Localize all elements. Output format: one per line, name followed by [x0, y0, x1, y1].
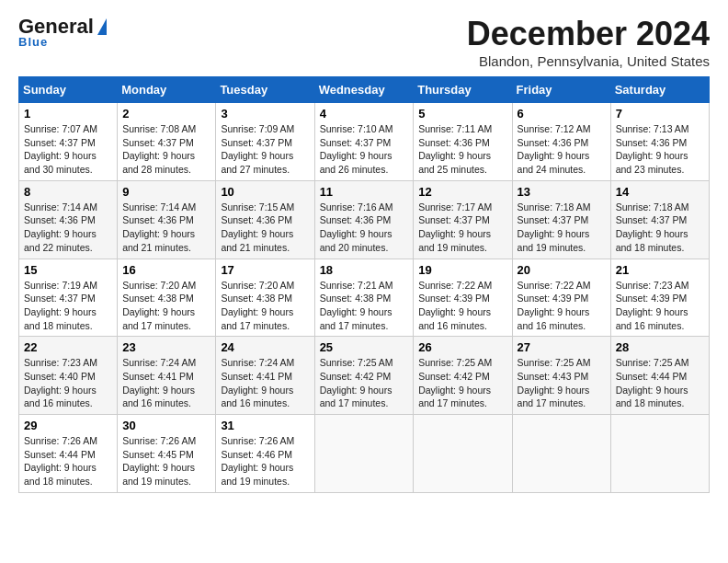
day-number: 1 [24, 107, 112, 121]
day-number: 29 [24, 419, 112, 432]
calendar-cell [314, 415, 414, 493]
calendar-cell: 27Sunrise: 7:25 AMSunset: 4:43 PMDayligh… [512, 337, 610, 415]
day-info: Sunrise: 7:13 AMSunset: 4:36 PMDaylight:… [616, 123, 689, 175]
day-info: Sunrise: 7:07 AMSunset: 4:37 PMDaylight:… [24, 123, 97, 175]
calendar-cell: 29Sunrise: 7:26 AMSunset: 4:44 PMDayligh… [19, 415, 118, 493]
dow-header-thursday: Thursday [414, 77, 512, 103]
calendar-cell: 16Sunrise: 7:20 AMSunset: 4:38 PMDayligh… [118, 259, 216, 337]
calendar-cell: 19Sunrise: 7:22 AMSunset: 4:39 PMDayligh… [414, 259, 512, 337]
day-number: 19 [418, 263, 506, 277]
logo-triangle-icon [97, 18, 107, 35]
day-number: 5 [418, 107, 506, 121]
day-number: 23 [122, 340, 210, 354]
calendar-cell: 25Sunrise: 7:25 AMSunset: 4:42 PMDayligh… [314, 337, 414, 415]
day-info: Sunrise: 7:18 AMSunset: 4:37 PMDaylight:… [616, 201, 689, 253]
logo-blue-text: Blue [18, 35, 48, 49]
calendar-cell: 21Sunrise: 7:23 AMSunset: 4:39 PMDayligh… [610, 259, 709, 337]
dow-header-friday: Friday [512, 77, 610, 103]
day-info: Sunrise: 7:26 AMSunset: 4:44 PMDaylight:… [24, 435, 97, 487]
day-number: 14 [616, 185, 704, 199]
calendar-week-4: 22Sunrise: 7:23 AMSunset: 4:40 PMDayligh… [19, 337, 710, 415]
day-number: 21 [616, 263, 704, 277]
day-number: 31 [221, 419, 309, 432]
calendar-week-3: 15Sunrise: 7:19 AMSunset: 4:37 PMDayligh… [19, 259, 710, 337]
day-info: Sunrise: 7:12 AMSunset: 4:36 PMDaylight:… [518, 123, 591, 175]
calendar-cell: 24Sunrise: 7:24 AMSunset: 4:41 PMDayligh… [216, 337, 314, 415]
day-number: 27 [518, 340, 606, 354]
calendar-body: 1Sunrise: 7:07 AMSunset: 4:37 PMDaylight… [19, 103, 710, 493]
day-number: 3 [221, 107, 309, 121]
calendar-cell: 12Sunrise: 7:17 AMSunset: 4:37 PMDayligh… [414, 180, 512, 259]
calendar-cell: 18Sunrise: 7:21 AMSunset: 4:38 PMDayligh… [314, 259, 414, 337]
day-info: Sunrise: 7:11 AMSunset: 4:36 PMDaylight:… [418, 123, 492, 175]
day-info: Sunrise: 7:22 AMSunset: 4:39 PMDaylight:… [418, 280, 492, 331]
day-number: 7 [616, 107, 704, 121]
calendar-cell: 13Sunrise: 7:18 AMSunset: 4:37 PMDayligh… [512, 180, 610, 259]
calendar-cell [610, 415, 709, 493]
calendar-cell [414, 415, 512, 493]
day-number: 10 [221, 185, 309, 199]
day-info: Sunrise: 7:25 AMSunset: 4:42 PMDaylight:… [418, 357, 492, 408]
day-number: 28 [616, 340, 704, 354]
day-info: Sunrise: 7:22 AMSunset: 4:39 PMDaylight:… [518, 280, 591, 331]
day-info: Sunrise: 7:16 AMSunset: 4:36 PMDaylight:… [320, 201, 393, 253]
day-info: Sunrise: 7:10 AMSunset: 4:37 PMDaylight:… [320, 123, 393, 175]
calendar-cell: 11Sunrise: 7:16 AMSunset: 4:36 PMDayligh… [314, 180, 414, 259]
day-info: Sunrise: 7:17 AMSunset: 4:37 PMDaylight:… [418, 201, 492, 253]
day-info: Sunrise: 7:23 AMSunset: 4:39 PMDaylight:… [616, 280, 689, 331]
day-number: 9 [122, 185, 210, 199]
calendar-cell: 9Sunrise: 7:14 AMSunset: 4:36 PMDaylight… [118, 180, 216, 259]
calendar-cell: 1Sunrise: 7:07 AMSunset: 4:37 PMDaylight… [19, 103, 118, 181]
day-of-week-row: SundayMondayTuesdayWednesdayThursdayFrid… [19, 77, 710, 103]
day-info: Sunrise: 7:25 AMSunset: 4:43 PMDaylight:… [518, 357, 591, 408]
day-info: Sunrise: 7:26 AMSunset: 4:46 PMDaylight:… [221, 435, 294, 487]
month-title: December 2024 [467, 15, 710, 53]
day-number: 20 [518, 263, 606, 277]
calendar-cell: 2Sunrise: 7:08 AMSunset: 4:37 PMDaylight… [118, 103, 216, 181]
day-info: Sunrise: 7:19 AMSunset: 4:37 PMDaylight:… [24, 280, 97, 331]
calendar-cell [512, 415, 610, 493]
calendar-cell: 20Sunrise: 7:22 AMSunset: 4:39 PMDayligh… [512, 259, 610, 337]
day-info: Sunrise: 7:15 AMSunset: 4:36 PMDaylight:… [221, 201, 294, 253]
day-number: 2 [122, 107, 210, 121]
day-info: Sunrise: 7:26 AMSunset: 4:45 PMDaylight:… [122, 435, 196, 487]
dow-header-monday: Monday [118, 77, 216, 103]
day-info: Sunrise: 7:21 AMSunset: 4:38 PMDaylight:… [320, 280, 393, 331]
calendar-cell: 6Sunrise: 7:12 AMSunset: 4:36 PMDaylight… [512, 103, 610, 181]
day-info: Sunrise: 7:24 AMSunset: 4:41 PMDaylight:… [122, 357, 196, 408]
day-info: Sunrise: 7:14 AMSunset: 4:36 PMDaylight:… [24, 201, 97, 253]
calendar-cell: 8Sunrise: 7:14 AMSunset: 4:36 PMDaylight… [19, 180, 118, 259]
calendar-cell: 23Sunrise: 7:24 AMSunset: 4:41 PMDayligh… [118, 337, 216, 415]
day-number: 30 [122, 419, 210, 432]
day-info: Sunrise: 7:20 AMSunset: 4:38 PMDaylight:… [122, 280, 196, 331]
day-number: 26 [418, 340, 506, 354]
calendar-cell: 26Sunrise: 7:25 AMSunset: 4:42 PMDayligh… [414, 337, 512, 415]
day-info: Sunrise: 7:25 AMSunset: 4:44 PMDaylight:… [616, 357, 689, 408]
day-info: Sunrise: 7:14 AMSunset: 4:36 PMDaylight:… [122, 201, 196, 253]
day-number: 11 [320, 185, 409, 199]
day-info: Sunrise: 7:08 AMSunset: 4:37 PMDaylight:… [122, 123, 196, 175]
calendar-cell: 22Sunrise: 7:23 AMSunset: 4:40 PMDayligh… [19, 337, 118, 415]
day-info: Sunrise: 7:24 AMSunset: 4:41 PMDaylight:… [221, 357, 294, 408]
day-number: 6 [518, 107, 606, 121]
day-number: 24 [221, 340, 309, 354]
calendar-cell: 17Sunrise: 7:20 AMSunset: 4:38 PMDayligh… [216, 259, 314, 337]
day-info: Sunrise: 7:25 AMSunset: 4:42 PMDaylight:… [320, 357, 393, 408]
calendar-cell: 4Sunrise: 7:10 AMSunset: 4:37 PMDaylight… [314, 103, 414, 181]
day-number: 4 [320, 107, 409, 121]
dow-header-tuesday: Tuesday [216, 77, 314, 103]
calendar-cell: 7Sunrise: 7:13 AMSunset: 4:36 PMDaylight… [610, 103, 709, 181]
day-number: 15 [24, 263, 112, 277]
calendar-cell: 30Sunrise: 7:26 AMSunset: 4:45 PMDayligh… [118, 415, 216, 493]
calendar-week-5: 29Sunrise: 7:26 AMSunset: 4:44 PMDayligh… [19, 415, 710, 493]
dow-header-wednesday: Wednesday [314, 77, 414, 103]
calendar-cell: 10Sunrise: 7:15 AMSunset: 4:36 PMDayligh… [216, 180, 314, 259]
title-area: December 2024 Blandon, Pennsylvania, Uni… [467, 15, 710, 69]
day-info: Sunrise: 7:20 AMSunset: 4:38 PMDaylight:… [221, 280, 294, 331]
calendar-cell: 5Sunrise: 7:11 AMSunset: 4:36 PMDaylight… [414, 103, 512, 181]
day-number: 16 [122, 263, 210, 277]
day-number: 8 [24, 185, 112, 199]
location-text: Blandon, Pennsylvania, United States [467, 53, 710, 69]
day-info: Sunrise: 7:09 AMSunset: 4:37 PMDaylight:… [221, 123, 294, 175]
calendar-cell: 3Sunrise: 7:09 AMSunset: 4:37 PMDaylight… [216, 103, 314, 181]
